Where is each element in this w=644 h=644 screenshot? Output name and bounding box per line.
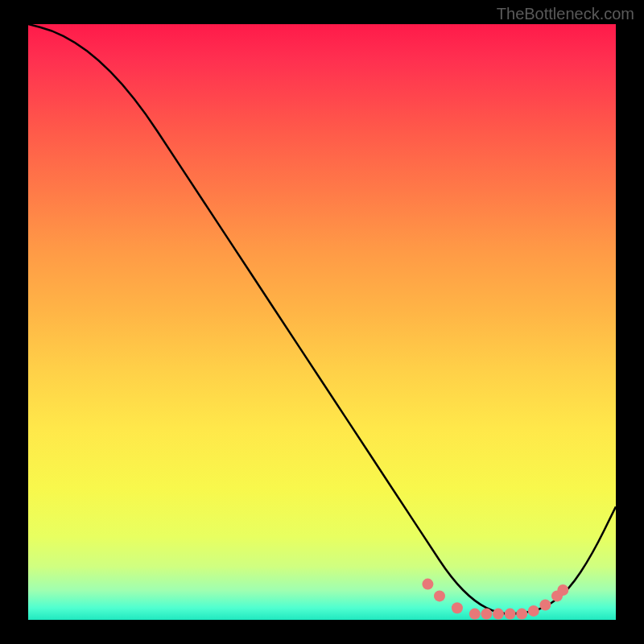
bottleneck-curve-line [28,24,616,614]
highlight-dot [452,602,463,613]
highlight-dot [469,609,481,620]
highlight-dot [557,584,568,596]
watermark-text: TheBottleneck.com [497,5,634,23]
highlight-dot [505,609,516,620]
highlight-dots-group [422,579,568,620]
chart-plot-area [28,24,616,620]
highlight-dot [422,579,433,590]
highlight-dot [434,590,445,601]
highlight-dot [481,609,492,620]
chart-svg [28,24,616,620]
highlight-dot [539,600,551,611]
highlight-dot [528,605,539,617]
highlight-dot [516,609,527,620]
highlight-dot [493,609,504,620]
